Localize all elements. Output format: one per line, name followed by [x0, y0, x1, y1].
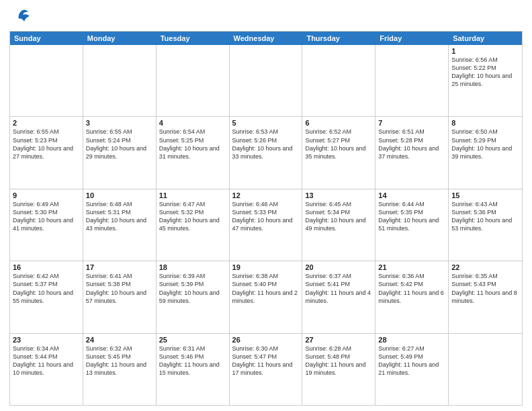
day-number: 27 [305, 336, 372, 344]
week-row-0: 1Sunrise: 6:56 AM Sunset: 5:22 PM Daylig… [10, 45, 522, 117]
week-row-3: 16Sunrise: 6:42 AM Sunset: 5:37 PM Dayli… [10, 261, 522, 333]
week-row-1: 2Sunrise: 6:55 AM Sunset: 5:23 PM Daylig… [10, 117, 522, 189]
page: SundayMondayTuesdayWednesdayThursdayFrid… [0, 0, 532, 411]
day-number: 6 [305, 119, 372, 127]
day-info: Sunrise: 6:43 AM Sunset: 5:36 PM Dayligh… [451, 200, 519, 233]
day-info: Sunrise: 6:37 AM Sunset: 5:41 PM Dayligh… [305, 272, 372, 305]
day-number: 1 [451, 47, 519, 55]
day-cell-empty-0-5 [375, 45, 449, 116]
calendar: SundayMondayTuesdayWednesdayThursdayFrid… [9, 31, 523, 406]
day-cell-12: 12Sunrise: 6:46 AM Sunset: 5:33 PM Dayli… [230, 189, 303, 261]
day-cell-18: 18Sunrise: 6:39 AM Sunset: 5:39 PM Dayli… [157, 261, 230, 332]
day-cell-empty-4-6 [449, 334, 522, 405]
day-cell-6: 6Sunrise: 6:52 AM Sunset: 5:27 PM Daylig… [302, 117, 375, 188]
day-number: 14 [378, 191, 445, 199]
day-info: Sunrise: 6:51 AM Sunset: 5:28 PM Dayligh… [378, 128, 445, 161]
day-cell-28: 28Sunrise: 6:27 AM Sunset: 5:49 PM Dayli… [375, 334, 449, 405]
day-cell-21: 21Sunrise: 6:36 AM Sunset: 5:42 PM Dayli… [375, 261, 449, 332]
day-header-monday: Monday [83, 32, 157, 45]
day-cell-1: 1Sunrise: 6:56 AM Sunset: 5:22 PM Daylig… [449, 45, 522, 116]
day-cell-3: 3Sunrise: 6:55 AM Sunset: 5:24 PM Daylig… [83, 117, 157, 188]
day-number: 5 [232, 119, 300, 127]
day-cell-10: 10Sunrise: 6:48 AM Sunset: 5:31 PM Dayli… [83, 189, 157, 261]
day-info: Sunrise: 6:45 AM Sunset: 5:34 PM Dayligh… [305, 200, 372, 233]
logo-bird-icon [12, 7, 31, 28]
day-cell-22: 22Sunrise: 6:35 AM Sunset: 5:43 PM Dayli… [449, 261, 522, 332]
day-info: Sunrise: 6:53 AM Sunset: 5:26 PM Dayligh… [232, 128, 300, 161]
day-info: Sunrise: 6:46 AM Sunset: 5:33 PM Dayligh… [232, 200, 300, 233]
day-cell-26: 26Sunrise: 6:30 AM Sunset: 5:47 PM Dayli… [230, 334, 303, 405]
day-info: Sunrise: 6:52 AM Sunset: 5:27 PM Dayligh… [305, 128, 372, 161]
day-info: Sunrise: 6:50 AM Sunset: 5:29 PM Dayligh… [451, 128, 519, 161]
day-info: Sunrise: 6:31 AM Sunset: 5:46 PM Dayligh… [159, 345, 226, 377]
day-number: 28 [378, 336, 445, 344]
day-header-thursday: Thursday [302, 32, 375, 45]
day-number: 15 [451, 191, 519, 199]
day-info: Sunrise: 6:27 AM Sunset: 5:49 PM Dayligh… [378, 345, 445, 377]
day-info: Sunrise: 6:55 AM Sunset: 5:24 PM Dayligh… [86, 128, 153, 161]
day-cell-empty-0-2 [157, 45, 230, 116]
day-number: 22 [451, 263, 519, 271]
day-info: Sunrise: 6:30 AM Sunset: 5:47 PM Dayligh… [232, 345, 300, 377]
day-cell-empty-0-0 [10, 45, 83, 116]
day-cell-16: 16Sunrise: 6:42 AM Sunset: 5:37 PM Dayli… [10, 261, 83, 332]
day-number: 26 [232, 336, 300, 344]
day-number: 11 [159, 191, 226, 199]
day-info: Sunrise: 6:56 AM Sunset: 5:22 PM Dayligh… [451, 56, 519, 89]
day-info: Sunrise: 6:38 AM Sunset: 5:40 PM Dayligh… [232, 272, 300, 305]
day-header-tuesday: Tuesday [157, 32, 230, 45]
day-number: 12 [232, 191, 300, 199]
week-row-4: 23Sunrise: 6:34 AM Sunset: 5:44 PM Dayli… [10, 334, 522, 405]
day-cell-27: 27Sunrise: 6:28 AM Sunset: 5:48 PM Dayli… [302, 334, 375, 405]
day-cell-23: 23Sunrise: 6:34 AM Sunset: 5:44 PM Dayli… [10, 334, 83, 405]
day-header-friday: Friday [375, 32, 449, 45]
day-info: Sunrise: 6:48 AM Sunset: 5:31 PM Dayligh… [86, 200, 153, 233]
day-cell-4: 4Sunrise: 6:54 AM Sunset: 5:25 PM Daylig… [157, 117, 230, 188]
day-number: 13 [305, 191, 372, 199]
day-info: Sunrise: 6:55 AM Sunset: 5:23 PM Dayligh… [13, 128, 80, 161]
day-number: 24 [86, 336, 153, 344]
day-number: 17 [86, 263, 153, 271]
day-cell-5: 5Sunrise: 6:53 AM Sunset: 5:26 PM Daylig… [230, 117, 303, 188]
day-info: Sunrise: 6:35 AM Sunset: 5:43 PM Dayligh… [451, 272, 519, 305]
day-cell-2: 2Sunrise: 6:55 AM Sunset: 5:23 PM Daylig… [10, 117, 83, 188]
day-number: 23 [13, 336, 80, 344]
day-info: Sunrise: 6:39 AM Sunset: 5:39 PM Dayligh… [159, 272, 226, 305]
day-number: 2 [13, 119, 80, 127]
day-info: Sunrise: 6:42 AM Sunset: 5:37 PM Dayligh… [13, 272, 80, 305]
day-info: Sunrise: 6:47 AM Sunset: 5:32 PM Dayligh… [159, 200, 226, 233]
day-headers: SundayMondayTuesdayWednesdayThursdayFrid… [10, 32, 522, 45]
day-cell-17: 17Sunrise: 6:41 AM Sunset: 5:38 PM Dayli… [83, 261, 157, 332]
day-cell-7: 7Sunrise: 6:51 AM Sunset: 5:28 PM Daylig… [375, 117, 449, 188]
day-info: Sunrise: 6:34 AM Sunset: 5:44 PM Dayligh… [13, 345, 80, 377]
day-number: 21 [378, 263, 445, 271]
day-number: 3 [86, 119, 153, 127]
day-cell-19: 19Sunrise: 6:38 AM Sunset: 5:40 PM Dayli… [230, 261, 303, 332]
day-number: 8 [451, 119, 519, 127]
day-cell-9: 9Sunrise: 6:49 AM Sunset: 5:30 PM Daylig… [10, 189, 83, 261]
day-cell-20: 20Sunrise: 6:37 AM Sunset: 5:41 PM Dayli… [302, 261, 375, 332]
day-info: Sunrise: 6:36 AM Sunset: 5:42 PM Dayligh… [378, 272, 445, 305]
day-number: 7 [378, 119, 445, 127]
header [9, 7, 523, 28]
day-number: 19 [232, 263, 300, 271]
day-header-saturday: Saturday [449, 32, 522, 45]
day-info: Sunrise: 6:32 AM Sunset: 5:45 PM Dayligh… [86, 345, 153, 377]
day-cell-13: 13Sunrise: 6:45 AM Sunset: 5:34 PM Dayli… [302, 189, 375, 261]
day-cell-empty-0-4 [302, 45, 375, 116]
day-number: 20 [305, 263, 372, 271]
day-cell-14: 14Sunrise: 6:44 AM Sunset: 5:35 PM Dayli… [375, 189, 449, 261]
day-header-sunday: Sunday [10, 32, 83, 45]
day-cell-empty-0-1 [83, 45, 157, 116]
day-info: Sunrise: 6:28 AM Sunset: 5:48 PM Dayligh… [305, 345, 372, 377]
day-number: 9 [13, 191, 80, 199]
day-cell-empty-0-3 [230, 45, 303, 116]
day-info: Sunrise: 6:54 AM Sunset: 5:25 PM Dayligh… [159, 128, 226, 161]
day-cell-25: 25Sunrise: 6:31 AM Sunset: 5:46 PM Dayli… [157, 334, 230, 405]
day-number: 25 [159, 336, 226, 344]
day-number: 16 [13, 263, 80, 271]
day-cell-24: 24Sunrise: 6:32 AM Sunset: 5:45 PM Dayli… [83, 334, 157, 405]
day-cell-11: 11Sunrise: 6:47 AM Sunset: 5:32 PM Dayli… [157, 189, 230, 261]
day-number: 4 [159, 119, 226, 127]
day-header-wednesday: Wednesday [230, 32, 303, 45]
